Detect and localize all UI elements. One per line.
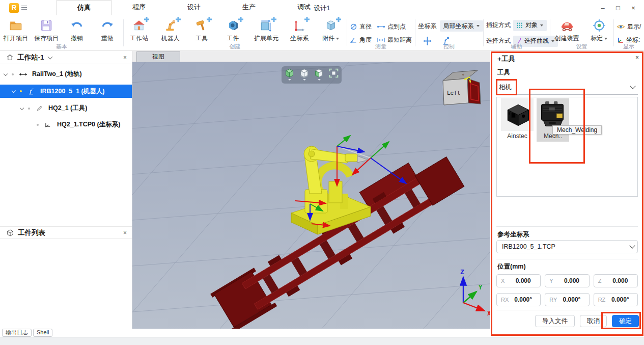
bullet-icon (12, 73, 14, 75)
snap-mode-dropdown[interactable]: 对象 (513, 20, 547, 31)
bullet-icon (20, 90, 22, 92)
ribbon-group-control: 坐标系 局部坐标系 控制 (415, 15, 483, 51)
tree-item-robot[interactable]: IRB1200_5_1 (机器人) (0, 85, 132, 98)
axis-z-label: Z (460, 268, 464, 276)
ribbon-group-assist: 捕捉方式 对象 选择方式 选择曲线 辅助 (483, 15, 550, 51)
ok-button[interactable]: 确定 (612, 315, 639, 327)
tool-category-select[interactable]: 相机 (496, 80, 638, 95)
target-icon (592, 18, 606, 33)
undo-button[interactable]: 撤销 (62, 17, 92, 44)
expand-chevron-icon[interactable] (20, 105, 24, 110)
tab-design[interactable]: 设计 (166, 0, 221, 15)
tree-item-tcp[interactable]: HQ2_1.TCP0 (坐标系) (0, 119, 132, 130)
tab-production[interactable]: 生产 (221, 0, 276, 15)
station-close-button[interactable]: × (123, 55, 127, 61)
bottom-tab-row: 输出日志 Shell (0, 329, 490, 337)
robot-icon (26, 87, 36, 95)
ry-field[interactable]: RY0.000° (545, 293, 589, 306)
tree-item-rail[interactable]: RailTwo_1 (地轨) (0, 68, 132, 80)
maximize-button[interactable]: □ (611, 4, 625, 12)
tab-simulation[interactable]: 仿真 (57, 0, 111, 15)
hex-nut-icon (226, 18, 240, 33)
ref-frame-select[interactable]: IRB1200_5_1.TCP (496, 240, 638, 253)
workpiece-cube-icon (6, 229, 14, 237)
workpiece-close-button[interactable]: × (123, 230, 127, 236)
y-field[interactable]: Y0.000 (545, 274, 589, 287)
import-file-button[interactable]: 导入文件 (535, 315, 575, 327)
tool-panel-title: +工具 (497, 55, 515, 64)
create-extension-button[interactable]: 扩展单元 (249, 17, 283, 44)
rx-field[interactable]: RX0.000° (496, 293, 541, 306)
redo-button[interactable]: 重做 (93, 17, 122, 44)
coord-system-dropdown[interactable]: 局部坐标系 (440, 20, 483, 32)
bottom-view-button[interactable] (298, 68, 310, 82)
floppy-icon (39, 18, 53, 33)
save-project-button[interactable]: 保存项目 (32, 17, 61, 44)
measure-point-to-point-button[interactable]: 点到点 (377, 22, 406, 31)
panel-footer-buttons: 导入文件 取消 确定 (535, 315, 639, 327)
menu-icon[interactable] (21, 6, 27, 10)
minimize-button[interactable]: – (596, 4, 609, 12)
tree-item-tool[interactable]: HQ2_1 (工具) (0, 102, 132, 114)
viewport: 视图 (132, 51, 490, 329)
expand-chevron-icon[interactable] (4, 71, 8, 75)
x-field[interactable]: X0.000 (496, 274, 541, 287)
station-panel-header: 工作站-1 × (0, 51, 132, 64)
hammer-icon (194, 18, 209, 33)
calibrate-button[interactable]: 标定 (586, 17, 612, 44)
create-tool-button[interactable]: 工具 (187, 17, 216, 44)
ref-frame-label: 参考坐标系 (497, 230, 529, 239)
z-field[interactable]: Z0.000 (594, 274, 638, 287)
workpiece-panel-header: 工件列表 × (0, 226, 132, 239)
attachment-dropdown-caret[interactable] (336, 38, 339, 40)
position-grid: X0.000 Y0.000 Z0.000 RX0.000° RY0.000° R… (496, 274, 638, 306)
cancel-button[interactable]: 取消 (580, 315, 607, 327)
diameter-icon (350, 23, 357, 31)
ribbon-group-settings: 创建装置 标定 设置 (550, 15, 613, 51)
ainstec-thumbnail (501, 98, 534, 131)
side-view-button[interactable] (313, 68, 325, 82)
shell-tab[interactable]: Shell (33, 329, 52, 337)
create-device-button[interactable]: 创建装置 (551, 17, 583, 44)
create-robot-button[interactable]: 机器人 (156, 17, 185, 44)
create-frame-button[interactable]: 坐标系 (285, 17, 314, 44)
create-attachment-button[interactable]: 附件 (316, 17, 345, 44)
home-icon (6, 54, 14, 61)
eye-icon[interactable] (617, 23, 625, 30)
scene-3d[interactable]: Left o Z Y X (132, 62, 490, 329)
cube-icon (324, 18, 338, 33)
close-button[interactable]: × (627, 4, 640, 12)
viewport-tab-strip: 视图 (132, 51, 490, 62)
redo-icon (100, 18, 115, 33)
expand-chevron-icon[interactable] (12, 89, 16, 93)
viewport-toolbar (282, 66, 342, 84)
station-chevron-icon[interactable] (47, 54, 52, 59)
rz-field[interactable]: RZ0.000° (594, 293, 638, 306)
svg-text:o: o (462, 72, 464, 76)
tool-panel-close-button[interactable]: × (635, 54, 639, 61)
output-log-tab[interactable]: 输出日志 (2, 329, 32, 337)
ribbon-group-create: 工作站 机器人 工具 工件 (124, 15, 347, 51)
view-tab[interactable]: 视图 (136, 51, 180, 62)
tool-item-mech[interactable]: Mech.. (537, 98, 569, 142)
app-logo: R (9, 3, 19, 13)
tool-item-ainstec[interactable]: Ainstec (501, 98, 534, 140)
create-workpiece-button[interactable]: 工件 (218, 17, 247, 44)
window-controls: – □ × (596, 0, 640, 15)
ribbon-group-display: 显示/ 坐标: 显示 (613, 15, 644, 51)
iso-view-button[interactable] (284, 68, 295, 82)
tab-program[interactable]: 程序 (111, 0, 166, 15)
tooltip: Mech_Welding (552, 125, 602, 135)
menu-tabs: 仿真 程序 设计 生产 调试 (57, 0, 331, 15)
robot-arm-icon (163, 18, 178, 33)
fit-view-button[interactable] (328, 68, 340, 82)
frame-axes-icon (292, 18, 306, 33)
extension-unit-icon (259, 18, 273, 33)
tab-debug[interactable]: 调试 (276, 0, 331, 15)
calibrate-dropdown-caret[interactable] (604, 38, 607, 40)
measure-diameter-button[interactable]: 直径 (350, 22, 372, 31)
axis-y-label: Y (479, 284, 483, 291)
open-project-button[interactable]: 打开项目 (1, 17, 31, 44)
undo-icon (70, 18, 84, 33)
create-station-button[interactable]: 工作站 (125, 17, 154, 44)
